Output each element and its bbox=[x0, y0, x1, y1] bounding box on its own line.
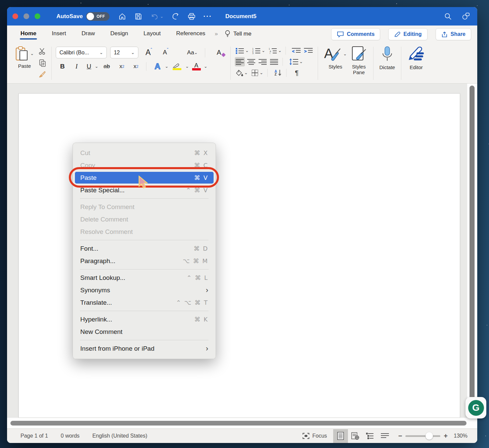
autosave-toggle[interactable]: OFF bbox=[86, 12, 109, 21]
italic-button[interactable]: I bbox=[70, 61, 83, 71]
align-left-button[interactable] bbox=[235, 57, 245, 66]
font-color-chevron-icon[interactable]: ⌄ bbox=[204, 65, 208, 68]
tab-layout[interactable]: Layout bbox=[143, 27, 161, 41]
print-icon[interactable] bbox=[187, 12, 195, 20]
strikethrough-button[interactable]: ab bbox=[99, 61, 115, 71]
menu-separator bbox=[80, 311, 209, 311]
justify-button[interactable] bbox=[269, 57, 279, 66]
search-icon[interactable] bbox=[444, 12, 452, 20]
save-icon[interactable] bbox=[134, 12, 142, 20]
document-title: Document5 bbox=[225, 13, 257, 20]
account-presence-icon[interactable] bbox=[462, 12, 470, 20]
editor-button[interactable]: Editor bbox=[405, 45, 427, 81]
grow-font-button[interactable]: Aˆ bbox=[142, 48, 156, 58]
print-layout-view-button[interactable] bbox=[333, 429, 348, 443]
word-count[interactable]: 0 words bbox=[61, 433, 80, 439]
zoom-level[interactable]: 130% bbox=[454, 433, 470, 439]
decrease-indent-button[interactable] bbox=[291, 46, 302, 55]
increase-indent-button[interactable] bbox=[303, 46, 314, 55]
horizontal-scrollbar[interactable] bbox=[10, 421, 466, 426]
fullscreen-button[interactable] bbox=[35, 13, 40, 19]
tell-me-button[interactable]: Tell me bbox=[225, 30, 252, 38]
more-commands-icon[interactable]: ··· bbox=[204, 12, 212, 20]
share-button[interactable]: Share bbox=[436, 28, 471, 40]
menu-item-smart-lookup[interactable]: Smart Lookup...⌃ ⌘ L bbox=[73, 271, 216, 284]
menu-item-synonyms[interactable]: Synonyms› bbox=[73, 284, 216, 296]
clear-formatting-button[interactable]: A bbox=[212, 48, 226, 58]
subscript-button[interactable]: x2 bbox=[115, 61, 129, 71]
cut-icon[interactable] bbox=[38, 47, 47, 55]
eraser-icon bbox=[221, 53, 226, 57]
show-formatting-marks-button[interactable]: ¶ bbox=[292, 68, 302, 78]
sort-arrow-icon bbox=[278, 70, 281, 76]
zoom-in-button[interactable]: + bbox=[444, 432, 448, 440]
tab-draw[interactable]: Draw bbox=[82, 27, 95, 41]
underline-button[interactable]: U bbox=[84, 61, 94, 71]
page-count[interactable]: Page 1 of 1 bbox=[20, 433, 48, 439]
undo-menu-chevron-icon[interactable]: ⌄ bbox=[160, 14, 163, 19]
font-color-button[interactable]: A bbox=[190, 61, 203, 71]
font-name-select[interactable]: Calibri (Bo... ⌄ bbox=[56, 47, 107, 58]
menu-item-new-comment[interactable]: New Comment bbox=[73, 326, 216, 338]
copy-icon[interactable] bbox=[38, 59, 47, 67]
line-spacing-button[interactable]: ⌄ bbox=[288, 57, 304, 66]
numbering-button[interactable]: 123 ⌄ bbox=[251, 46, 266, 55]
tab-overflow-chevron-icon[interactable]: » bbox=[215, 31, 217, 37]
bold-button[interactable]: B bbox=[56, 61, 69, 71]
outline-view-button[interactable] bbox=[363, 429, 377, 443]
status-bar: Page 1 of 1 0 words English (United Stat… bbox=[7, 429, 477, 443]
language-indicator[interactable]: English (United States) bbox=[92, 433, 147, 439]
styles-pane-button[interactable]: StylesPane bbox=[349, 45, 369, 81]
horizontal-scroll-track[interactable] bbox=[7, 418, 477, 429]
tab-home[interactable]: Home bbox=[20, 27, 36, 41]
vertical-scroll-track[interactable] bbox=[467, 84, 477, 418]
svg-text:1: 1 bbox=[252, 48, 254, 50]
text-effects-chevron-icon[interactable]: ⌄ bbox=[165, 65, 169, 68]
zoom-slider[interactable] bbox=[405, 435, 440, 437]
ribbon: ⌄ Paste Calibri (Bo... bbox=[7, 42, 477, 84]
bullets-button[interactable]: ⌄ bbox=[235, 46, 250, 55]
home-icon[interactable] bbox=[118, 12, 126, 20]
align-center-button[interactable] bbox=[246, 57, 256, 66]
underline-chevron-icon[interactable]: ⌄ bbox=[95, 65, 98, 68]
menu-item-paragraph[interactable]: Paragraph...⌥ ⌘ M bbox=[73, 255, 216, 267]
highlight-button[interactable] bbox=[169, 61, 185, 71]
web-layout-view-button[interactable] bbox=[348, 429, 363, 443]
tab-insert[interactable]: Insert bbox=[52, 27, 66, 41]
highlight-chevron-icon[interactable]: ⌄ bbox=[185, 65, 189, 68]
minimize-button[interactable] bbox=[24, 13, 29, 19]
menu-item-insert-from-iphone-or-ipad[interactable]: Insert from iPhone or iPad› bbox=[73, 342, 216, 355]
shading-button[interactable]: ⌄ bbox=[235, 68, 249, 78]
text-effects-button[interactable]: A bbox=[151, 61, 164, 71]
shrink-font-button[interactable]: Aˇ bbox=[159, 48, 172, 58]
change-case-button[interactable]: Aa ⌄ bbox=[183, 48, 202, 58]
sort-button[interactable]: AZ bbox=[273, 68, 283, 78]
menu-item-translate[interactable]: Translate...⌃ ⌥ ⌘ T bbox=[73, 296, 216, 309]
font-size-select[interactable]: 12 ⌄ bbox=[110, 47, 138, 58]
undo-icon[interactable] bbox=[150, 12, 159, 20]
draft-view-button[interactable] bbox=[377, 429, 392, 443]
styles-button[interactable]: A ⌄ Styles bbox=[322, 45, 349, 81]
vertical-scrollbar[interactable] bbox=[470, 86, 475, 415]
format-painter-icon[interactable] bbox=[38, 70, 47, 79]
zoom-slider-knob[interactable] bbox=[426, 432, 433, 440]
menu-item-hyperlink[interactable]: Hyperlink...⌘ K bbox=[73, 313, 216, 326]
comments-button[interactable]: Comments bbox=[331, 28, 381, 40]
tab-design[interactable]: Design bbox=[110, 27, 128, 41]
paste-button[interactable]: ⌄ Paste bbox=[13, 45, 36, 81]
superscript-button[interactable]: x2 bbox=[129, 61, 143, 71]
dictate-button[interactable]: Dictate bbox=[377, 45, 397, 81]
focus-button[interactable]: Focus bbox=[303, 433, 327, 439]
multilevel-list-button[interactable]: 1ai ⌄ bbox=[268, 46, 283, 55]
align-center-icon bbox=[247, 59, 255, 65]
font-color-bar bbox=[192, 68, 201, 70]
close-button[interactable] bbox=[12, 13, 18, 19]
zoom-out-button[interactable]: − bbox=[398, 432, 402, 440]
redo-icon[interactable] bbox=[171, 12, 179, 20]
align-right-button[interactable] bbox=[258, 57, 268, 66]
grammarly-badge[interactable]: G bbox=[465, 397, 486, 418]
tab-references[interactable]: References bbox=[176, 27, 205, 41]
editing-mode-button[interactable]: Editing bbox=[388, 28, 427, 40]
borders-button[interactable]: ⌄ bbox=[250, 68, 264, 78]
menu-item-font[interactable]: Font...⌘ D bbox=[73, 242, 216, 255]
